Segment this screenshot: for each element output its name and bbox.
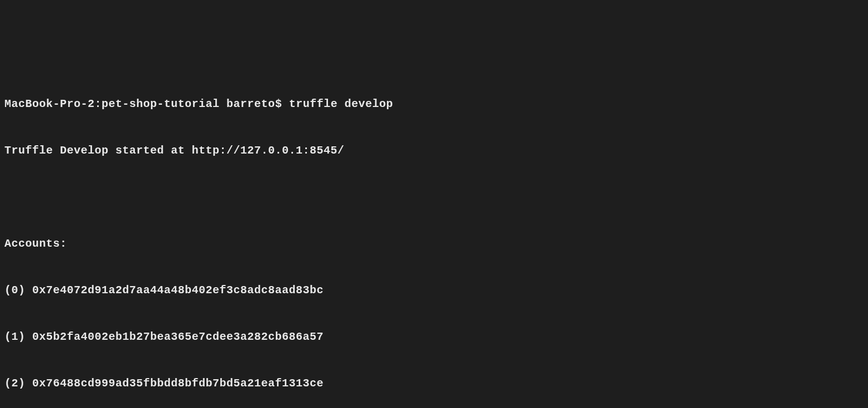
account-row: (1) 0x5b2fa4002eb1b27bea365e7cdee3a282cb…	[4, 329, 868, 345]
prompt-symbol: $	[275, 98, 282, 110]
cwd: pet-shop-tutorial	[102, 98, 220, 110]
command-text: truffle develop	[289, 98, 393, 110]
startup-line: Truffle Develop started at http://127.0.…	[4, 143, 868, 159]
account-address: 0x5b2fa4002eb1b27bea365e7cdee3a282cb686a…	[32, 330, 324, 343]
account-address: 0x76488cd999ad35fbbdd8bfdb7bd5a21eaf1313…	[32, 377, 324, 390]
account-address: 0x7e4072d91a2d7aa44a48b402ef3c8adc8aad83…	[32, 284, 324, 297]
user: barreto	[226, 98, 275, 110]
account-idx: (0)	[4, 284, 26, 297]
blank-line	[4, 190, 868, 205]
account-row: (0) 0x7e4072d91a2d7aa44a48b402ef3c8adc8a…	[4, 283, 868, 298]
prompt-line: MacBook-Pro-2:pet-shop-tutorial barreto$…	[4, 96, 868, 112]
hostname: MacBook-Pro-2	[4, 98, 95, 110]
account-row: (2) 0x76488cd999ad35fbbdd8bfdb7bd5a21eaf…	[4, 376, 868, 391]
account-idx: (1)	[4, 330, 26, 343]
account-idx: (2)	[4, 377, 26, 390]
accounts-header: Accounts:	[4, 236, 868, 252]
terminal-output[interactable]: MacBook-Pro-2:pet-shop-tutorial barreto$…	[4, 65, 868, 408]
